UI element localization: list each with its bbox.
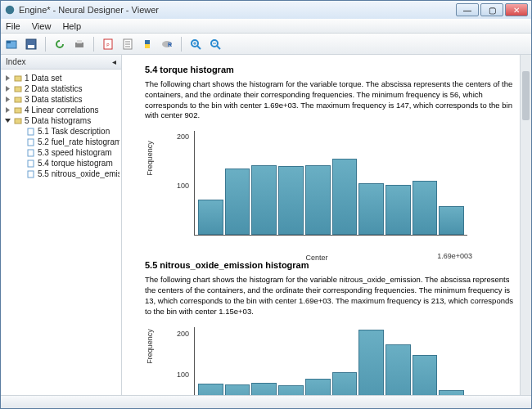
page-icon — [27, 128, 35, 136]
svg-rect-21 — [15, 97, 21, 102]
bar — [278, 385, 304, 395]
chart-ylabel: Frequency — [146, 141, 154, 176]
menubar: File View Help — [1, 19, 531, 34]
tree-label: 1 Data set — [25, 74, 62, 83]
section-heading: 5.5 nitrous_oxide_emission histogram — [145, 260, 518, 270]
bar — [198, 200, 223, 235]
svg-rect-23 — [15, 119, 21, 124]
menu-view[interactable]: View — [32, 21, 52, 31]
minimize-button[interactable]: — — [456, 3, 479, 16]
zoom-out-button[interactable] — [208, 37, 223, 52]
content-pane: 5.4 torque histogram The following chart… — [122, 55, 531, 395]
chart-xlabel: Center — [305, 254, 327, 262]
sidebar: Index ◂ 1 Data set 2 Data statistics 3 D… — [1, 55, 122, 395]
ytick: 100 — [177, 182, 189, 190]
zoom-in-button[interactable] — [188, 37, 203, 52]
collapse-icon — [4, 117, 11, 124]
bar — [385, 344, 411, 395]
export-pdf-button[interactable]: P — [101, 37, 115, 52]
tree-label: 4 Linear correlations — [25, 106, 99, 115]
bar — [413, 355, 438, 395]
export-data-button[interactable] — [120, 37, 135, 52]
export-r-button[interactable]: R — [160, 37, 174, 52]
chart-torque: Frequency Center 200 100 1.69e+003 — [161, 128, 472, 250]
sidebar-collapse-icon[interactable]: ◂ — [112, 57, 116, 66]
export-python-button[interactable] — [140, 37, 155, 52]
toolbar: P R — [1, 34, 531, 55]
tree-child[interactable]: 5.2 fuel_rate histogram — [2, 137, 119, 147]
statusbar — [1, 395, 531, 408]
scrollbar[interactable] — [520, 55, 531, 395]
svg-rect-28 — [28, 171, 34, 178]
svg-rect-22 — [15, 108, 21, 113]
maximize-button[interactable]: ▢ — [480, 3, 503, 16]
scroll-thumb[interactable] — [522, 71, 530, 120]
ytick: 100 — [177, 371, 189, 379]
sidebar-title: Index — [6, 57, 25, 66]
svg-rect-19 — [15, 76, 21, 81]
svg-text:R: R — [168, 42, 172, 47]
expand-icon — [4, 74, 11, 82]
svg-rect-6 — [77, 40, 82, 43]
tree-child[interactable]: 5.4 torque histogram — [2, 158, 119, 169]
tree-label: 3 Data statistics — [25, 95, 83, 104]
tree-label: 5.4 torque histogram — [38, 159, 113, 168]
svg-line-17 — [217, 46, 220, 49]
tree-label: 2 Data statistics — [25, 84, 83, 93]
tree-item[interactable]: 1 Data set — [2, 73, 119, 83]
xtick-max: 1.69e+003 — [437, 252, 472, 260]
bar — [385, 185, 411, 235]
open-button[interactable] — [4, 37, 19, 52]
bar — [225, 169, 250, 235]
close-button[interactable]: ✕ — [505, 3, 528, 16]
section-body: The following chart shows the histogram … — [145, 79, 518, 121]
bar — [225, 384, 250, 395]
menu-file[interactable]: File — [6, 21, 20, 31]
window-title: Engine* - Neural Designer - Viewer — [19, 5, 456, 15]
tree-item[interactable]: 4 Linear correlations — [2, 105, 119, 115]
plot-area — [194, 327, 467, 396]
svg-rect-25 — [28, 139, 34, 146]
titlebar: Engine* - Neural Designer - Viewer — ▢ ✕ — [1, 1, 531, 19]
tree-label: 5.5 nitrous_oxide_emission histog... — [38, 169, 119, 178]
bar — [278, 166, 304, 235]
bar — [305, 165, 331, 236]
tree-child[interactable]: 5.5 nitrous_oxide_emission histog... — [2, 169, 119, 179]
tree-child[interactable]: 5.1 Task description — [2, 126, 119, 137]
bar — [439, 390, 464, 395]
tree-label: 5.2 fuel_rate histogram — [38, 137, 119, 146]
bar — [358, 330, 384, 395]
menu-help[interactable]: Help — [62, 21, 81, 31]
folder-icon — [14, 74, 22, 83]
svg-rect-4 — [28, 45, 34, 48]
section-body: The following chart shows the histogram … — [145, 275, 518, 317]
save-button[interactable] — [24, 37, 38, 52]
svg-rect-24 — [28, 128, 34, 135]
tree-item[interactable]: 2 Data statistics — [2, 83, 119, 94]
bar — [332, 159, 358, 235]
refresh-button[interactable] — [52, 37, 67, 52]
tree-child[interactable]: 5.3 speed histogram — [2, 147, 119, 158]
tree-item-expanded[interactable]: 5 Data histograms — [2, 115, 119, 126]
sidebar-header: Index ◂ — [1, 55, 121, 70]
bar — [358, 183, 384, 235]
ytick: 200 — [177, 330, 189, 338]
svg-line-13 — [197, 46, 201, 49]
tree-label: 5 Data histograms — [25, 116, 91, 125]
tree: 1 Data set 2 Data statistics 3 Data stat… — [1, 70, 121, 395]
bar — [251, 383, 277, 395]
bar — [413, 181, 438, 235]
print-button[interactable] — [72, 37, 87, 52]
tree-label: 5.1 Task description — [38, 127, 110, 136]
svg-rect-2 — [7, 41, 11, 43]
chart-nitrous: Frequency 200 100 — [161, 324, 472, 396]
bar — [198, 384, 223, 395]
svg-rect-27 — [28, 160, 34, 167]
plot-area — [194, 131, 467, 236]
svg-point-0 — [6, 6, 15, 15]
tree-label: 5.3 speed histogram — [38, 148, 112, 157]
svg-rect-20 — [15, 87, 21, 92]
tree-item[interactable]: 3 Data statistics — [2, 94, 119, 105]
app-icon — [4, 4, 16, 16]
bar — [332, 372, 358, 395]
